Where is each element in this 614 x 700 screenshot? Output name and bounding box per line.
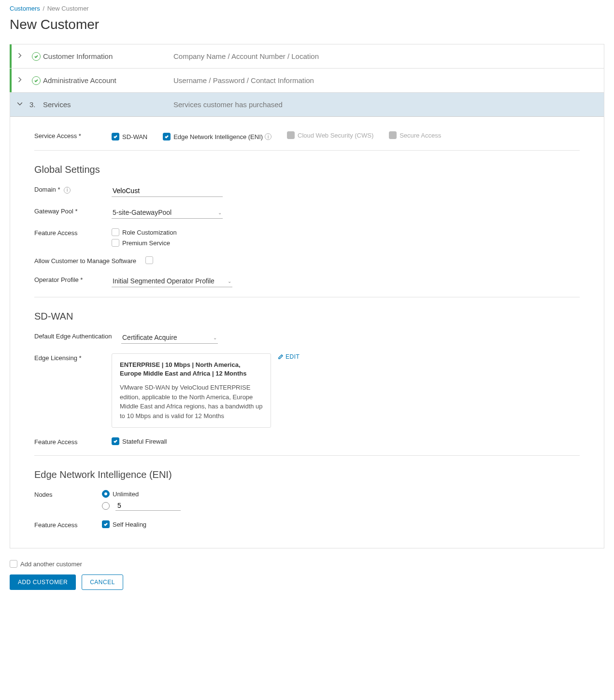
checkbox-icon <box>112 133 119 140</box>
checkbox-role-customization[interactable]: Role Customization <box>112 228 566 236</box>
domain-row: Domain * i <box>34 185 580 197</box>
checkbox-icon <box>112 228 119 236</box>
default-edge-auth-row: Default Edge Authentication Certificate … <box>34 332 580 344</box>
eni-feature-access-row: Feature Access Self Healing <box>34 520 580 529</box>
nodes-label: Nodes <box>34 490 102 498</box>
step-label: Services <box>43 100 173 109</box>
pencil-icon <box>278 354 284 360</box>
page-title: New Customer <box>10 17 604 32</box>
checkbox-secure-access[interactable]: Secure Access <box>389 131 441 139</box>
license-title: ENTERPRISE | 10 Mbps | North America, Eu… <box>120 361 263 378</box>
default-edge-auth-label: Default Edge Authentication <box>34 332 121 340</box>
nodes-row: Nodes Unlimited <box>34 490 580 511</box>
add-customer-button[interactable]: ADD CUSTOMER <box>10 574 76 590</box>
chevron-down-icon <box>10 101 29 108</box>
breadcrumb-current: New Customer <box>47 5 89 12</box>
step-customer-info[interactable]: Customer Information Company Name / Acco… <box>10 44 604 69</box>
select-value: Certificate Acquire <box>122 334 177 341</box>
step-services[interactable]: 3. Services Services customer has purcha… <box>10 93 604 117</box>
breadcrumb: Customers / New Customer <box>10 5 604 12</box>
cancel-button[interactable]: CANCEL <box>82 574 123 590</box>
license-box: ENTERPRISE | 10 Mbps | North America, Eu… <box>112 353 271 428</box>
divider <box>34 455 580 456</box>
checkbox-label: Self Healing <box>113 521 146 528</box>
checkbox-icon <box>163 133 171 140</box>
step-label: Administrative Account <box>43 76 173 84</box>
check-icon <box>29 52 43 61</box>
step-body: Service Access * SD-WAN Edge Network Int… <box>10 117 604 548</box>
checkbox-icon <box>10 560 17 568</box>
edge-licensing-row: Edge Licensing * ENTERPRISE | 10 Mbps | … <box>34 353 580 428</box>
chevron-down-icon: ⌄ <box>213 335 217 340</box>
chevron-right-icon <box>10 53 29 60</box>
sdwan-feature-access-row: Feature Access Stateful Firewall <box>34 437 580 446</box>
checkbox-label: Add another customer <box>20 560 82 568</box>
checkbox-icon <box>112 239 119 247</box>
step-label: Customer Information <box>43 52 173 60</box>
breadcrumb-root[interactable]: Customers <box>10 5 40 12</box>
checkbox-label: Role Customization <box>122 229 177 236</box>
allow-manage-label: Allow Customer to Manage Software <box>34 256 145 265</box>
checkbox-label: SD-WAN <box>122 133 147 140</box>
checkbox-label: Premium Service <box>122 239 170 247</box>
domain-input[interactable] <box>112 185 223 197</box>
radio-icon <box>102 490 110 498</box>
radio-label: Unlimited <box>113 490 139 498</box>
select-value: 5-site-GatewayPool <box>113 209 171 216</box>
edit-label: EDIT <box>286 353 300 360</box>
allow-manage-row: Allow Customer to Manage Software <box>34 256 580 266</box>
wizard-panel: Customer Information Company Name / Acco… <box>10 44 604 548</box>
radio-unlimited[interactable]: Unlimited <box>102 490 580 498</box>
checkbox-label: Stateful Firewall <box>122 438 167 445</box>
eni-title: Edge Network Intelligence (ENI) <box>34 469 580 480</box>
checkbox-cws[interactable]: Cloud Web Security (CWS) <box>287 131 373 139</box>
divider <box>34 150 580 151</box>
chevron-right-icon <box>10 77 29 84</box>
checkbox-eni[interactable]: Edge Network Intelligence (ENI) i <box>163 133 271 140</box>
default-edge-auth-select[interactable]: Certificate Acquire ⌄ <box>121 332 218 344</box>
select-value: Initial Segmented Operator Profile <box>113 277 214 285</box>
gateway-pool-row: Gateway Pool * 5-site-GatewayPool ⌄ <box>34 207 580 219</box>
feature-access-label: Feature Access <box>34 228 112 237</box>
info-icon[interactable]: i <box>265 133 271 140</box>
chevron-down-icon: ⌄ <box>218 210 222 215</box>
button-row: ADD CUSTOMER CANCEL <box>10 574 604 590</box>
sdwan-title: SD-WAN <box>34 311 580 322</box>
step-desc: Company Name / Account Number / Location <box>173 52 319 60</box>
gateway-pool-label: Gateway Pool * <box>34 207 112 215</box>
checkbox-icon <box>145 256 153 264</box>
checkbox-premium-service[interactable]: Premium Service <box>112 239 566 247</box>
checkbox-stateful-firewall[interactable]: Stateful Firewall <box>112 437 167 445</box>
radio-custom-nodes[interactable] <box>102 501 580 511</box>
add-another-row: Add another customer <box>10 560 604 568</box>
feature-access-label: Feature Access <box>34 437 112 446</box>
nodes-input[interactable] <box>115 501 181 511</box>
check-icon <box>29 76 43 85</box>
domain-label: Domain * i <box>34 185 112 194</box>
checkbox-icon <box>389 131 397 139</box>
chevron-down-icon: ⌄ <box>228 279 231 284</box>
step-desc: Username / Password / Contact Informatio… <box>173 76 314 84</box>
info-icon[interactable]: i <box>64 187 71 194</box>
checkbox-icon <box>287 131 295 139</box>
checkbox-self-healing[interactable]: Self Healing <box>102 520 146 528</box>
checkbox-sdwan[interactable]: SD-WAN <box>112 133 147 140</box>
service-access-row: Service Access * SD-WAN Edge Network Int… <box>34 131 580 140</box>
radio-icon <box>102 502 110 510</box>
service-access-label: Service Access * <box>34 131 112 140</box>
gateway-pool-select[interactable]: 5-site-GatewayPool ⌄ <box>112 207 223 219</box>
operator-profile-select[interactable]: Initial Segmented Operator Profile ⌄ <box>112 275 232 287</box>
license-desc: VMware SD-WAN by VeloCloud ENTERPRISE ed… <box>120 383 263 420</box>
checkbox-add-another[interactable]: Add another customer <box>10 560 82 568</box>
checkbox-label: Edge Network Intelligence (ENI) <box>173 133 263 140</box>
edit-license-button[interactable]: EDIT <box>278 353 300 360</box>
checkbox-allow-manage[interactable] <box>145 256 156 264</box>
step-admin-account[interactable]: Administrative Account Username / Passwo… <box>10 69 604 93</box>
service-access-options: SD-WAN Edge Network Intelligence (ENI) i… <box>112 131 580 140</box>
checkbox-icon <box>112 437 119 445</box>
checkbox-label: Secure Access <box>400 132 441 139</box>
checkbox-icon <box>102 520 110 528</box>
operator-profile-row: Operator Profile * Initial Segmented Ope… <box>34 275 580 287</box>
checkbox-label: Cloud Web Security (CWS) <box>298 132 373 139</box>
global-feature-access-row: Feature Access Role Customization Premiu… <box>34 228 580 247</box>
